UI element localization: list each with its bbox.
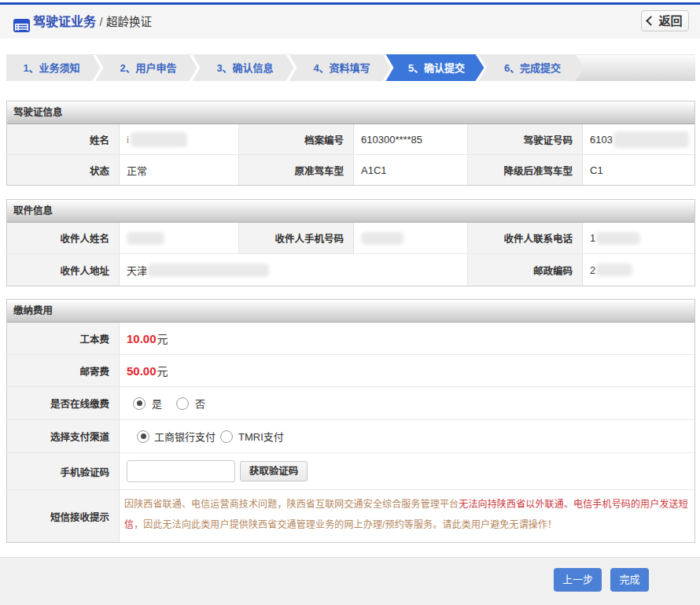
svg-text:5、确认提交: 5、确认提交 xyxy=(408,62,465,74)
svg-text:3、确认信息: 3、确认信息 xyxy=(216,62,273,74)
svg-text:1、业务须知: 1、业务须知 xyxy=(23,62,79,74)
svg-text:2、用户申告: 2、用户申告 xyxy=(120,62,176,74)
svg-text:4、资料填写: 4、资料填写 xyxy=(313,62,370,74)
svg-text:6、完成提交: 6、完成提交 xyxy=(504,62,561,74)
